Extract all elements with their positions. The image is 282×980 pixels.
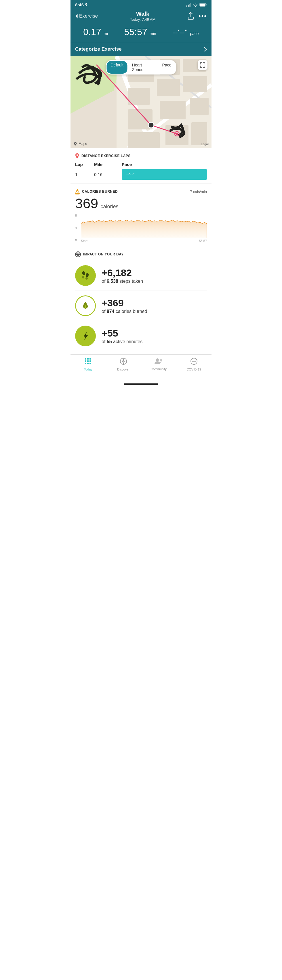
distance-unit: mi bbox=[104, 31, 108, 36]
bolt-icon bbox=[80, 331, 91, 341]
nav-item-today[interactable]: Today bbox=[70, 358, 106, 371]
exercise-header: Exercise Walk Today, 7:49 AM ••• bbox=[70, 8, 212, 25]
pace-unit: pace bbox=[190, 31, 199, 36]
impact-steps: +6,182 of 6,538 steps taken bbox=[75, 261, 207, 291]
discover-icon bbox=[120, 358, 127, 367]
chart-y-4: 4 bbox=[75, 226, 77, 229]
battery-icon bbox=[199, 3, 207, 6]
laps-col-lap: Lap bbox=[75, 162, 89, 167]
svg-point-48 bbox=[160, 359, 162, 361]
svg-rect-16 bbox=[183, 76, 207, 92]
laps-lap-val: 1 bbox=[75, 172, 89, 177]
svg-rect-39 bbox=[87, 360, 89, 362]
apple-maps-logo: Maps bbox=[73, 142, 87, 146]
svg-rect-19 bbox=[190, 98, 209, 115]
nav-today-label: Today bbox=[84, 368, 92, 371]
status-bar: 8:46 bbox=[70, 0, 212, 8]
laps-mile-val: 0.16 bbox=[94, 172, 117, 177]
svg-rect-0 bbox=[186, 5, 187, 6]
calories-section: CALORIES BURNED 7 cals/min 369 calories … bbox=[70, 183, 212, 246]
svg-rect-3 bbox=[191, 3, 191, 6]
calories-chart-svg bbox=[81, 214, 207, 238]
laps-section-header: DISTANCE EXERCISE LAPS bbox=[75, 153, 207, 159]
ellipsis-icon: ••• bbox=[199, 13, 207, 19]
nav-item-covid[interactable]: COVID-19 bbox=[177, 358, 212, 371]
community-icon bbox=[155, 358, 163, 366]
calories-value-row: 369 calories bbox=[75, 196, 207, 212]
active-minutes-text: +55 of 55 active minutes bbox=[102, 327, 207, 344]
impact-active-minutes: +55 of 55 active minutes bbox=[75, 321, 207, 351]
svg-rect-18 bbox=[160, 101, 186, 119]
calories-unit: calories bbox=[101, 204, 119, 209]
map-tab-default[interactable]: Default bbox=[107, 61, 127, 74]
categorize-banner[interactable]: Categorize Exercise bbox=[70, 42, 212, 56]
svg-point-47 bbox=[156, 358, 159, 361]
share-button[interactable] bbox=[188, 12, 194, 21]
svg-point-24 bbox=[148, 122, 154, 128]
calories-header: CALORIES BURNED 7 cals/min bbox=[75, 189, 207, 194]
plus-circle-icon bbox=[190, 358, 198, 365]
svg-rect-40 bbox=[89, 360, 91, 362]
today-icon bbox=[84, 358, 92, 367]
chart-x-labels: Start 55:57 bbox=[81, 239, 207, 242]
svg-point-31 bbox=[85, 273, 89, 277]
back-button[interactable]: Exercise bbox=[75, 13, 98, 19]
svg-rect-23 bbox=[128, 132, 160, 148]
status-icons bbox=[186, 3, 207, 6]
back-label: Exercise bbox=[79, 13, 98, 19]
svg-rect-41 bbox=[85, 363, 86, 364]
svg-point-32 bbox=[82, 276, 84, 278]
chart-y-8: 8 bbox=[75, 214, 77, 217]
covid-icon bbox=[190, 358, 198, 367]
map-legal[interactable]: Legal bbox=[201, 142, 209, 146]
expand-icon bbox=[200, 62, 205, 68]
svg-rect-15 bbox=[157, 79, 180, 96]
map-expand-button[interactable] bbox=[198, 60, 207, 70]
more-button[interactable]: ••• bbox=[199, 13, 207, 20]
back-chevron-icon bbox=[75, 14, 78, 19]
calories-title: CALORIES BURNED bbox=[82, 189, 118, 194]
map-tab-pace[interactable]: Pace bbox=[158, 61, 175, 74]
steps-desc: of 6,538 steps taken bbox=[102, 279, 207, 284]
exercise-subtitle: Today, 7:49 AM bbox=[130, 17, 156, 22]
calories-chart: 8 4 0 Start 55:57 bbox=[75, 214, 207, 242]
signal-icon bbox=[186, 3, 191, 6]
nav-community-label: Community bbox=[150, 368, 167, 371]
laps-table: Lap Mile Pace 1 0.16 --'--" bbox=[75, 162, 207, 180]
time-label: 8:46 bbox=[75, 2, 84, 7]
svg-point-30 bbox=[82, 271, 86, 275]
duration-value: 55:57 bbox=[124, 27, 147, 37]
nav-item-community[interactable]: Community bbox=[141, 358, 177, 371]
maps-label: Maps bbox=[78, 142, 87, 146]
pace-value: --'--" bbox=[172, 28, 188, 37]
apple-icon bbox=[73, 142, 77, 146]
svg-rect-5 bbox=[200, 4, 205, 6]
pace-stat: --'--" pace bbox=[172, 28, 199, 37]
home-bar bbox=[124, 383, 158, 385]
impact-title: IMPACT ON YOUR DAY bbox=[83, 252, 124, 256]
svg-point-26 bbox=[176, 133, 178, 135]
active-minutes-value: +55 bbox=[102, 327, 207, 339]
svg-rect-43 bbox=[89, 363, 91, 364]
calories-value: 369 bbox=[75, 196, 98, 211]
target-icon bbox=[75, 251, 81, 257]
map-container[interactable]: Default Heart Zones Pace Maps Legal bbox=[70, 56, 212, 148]
exercise-title: Walk bbox=[130, 11, 156, 17]
active-minutes-icon-circle bbox=[75, 326, 96, 346]
chevron-right-icon bbox=[204, 47, 207, 51]
map-tab-heart-zones[interactable]: Heart Zones bbox=[128, 61, 158, 74]
laps-title: DISTANCE EXERCISE LAPS bbox=[81, 154, 131, 158]
home-indicator bbox=[70, 379, 212, 387]
svg-marker-45 bbox=[123, 359, 124, 361]
duration-stat: 55:57 min bbox=[124, 27, 156, 37]
impact-section: IMPACT ON YOUR DAY +6,182 of 6,538 steps… bbox=[70, 246, 212, 355]
compass-icon bbox=[120, 358, 127, 365]
laps-col-pace: Pace bbox=[122, 162, 207, 167]
chart-y-labels: 8 4 0 bbox=[75, 214, 77, 242]
svg-rect-22 bbox=[191, 122, 207, 145]
steps-value: +6,182 bbox=[102, 267, 207, 279]
status-time: 8:46 bbox=[75, 2, 88, 7]
nav-item-discover[interactable]: Discover bbox=[106, 358, 141, 371]
fire-icon bbox=[80, 301, 91, 311]
svg-rect-42 bbox=[87, 363, 89, 364]
